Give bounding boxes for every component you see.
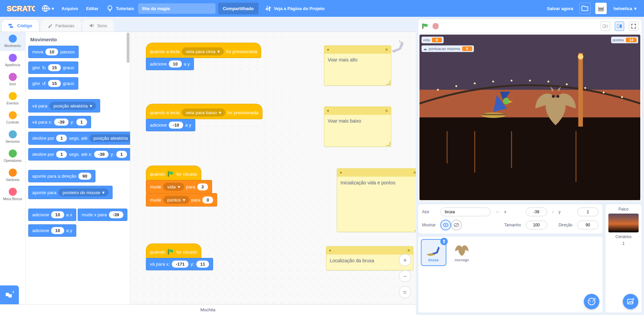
palette-block-gotoxy[interactable]: vá para x: -39 y: 1	[28, 116, 91, 128]
hat-when-key-pressed[interactable]: quando a tecla seta para cima▾ for press…	[146, 43, 261, 58]
green-flag-button[interactable]	[421, 22, 429, 30]
collapse-icon[interactable]: ▾	[327, 108, 329, 113]
palette-block-set-x[interactable]: mude x para -39	[78, 209, 127, 221]
key-dropdown[interactable]: seta para baixo▾	[182, 108, 225, 117]
block-change-y[interactable]: adicione -10 a y	[146, 119, 195, 131]
block-change-y[interactable]: adicione 10 a y	[146, 58, 194, 70]
stage-sprite-bruxa[interactable]	[480, 88, 520, 122]
mystuff-folder[interactable]	[579, 3, 591, 14]
scrollbar[interactable]	[127, 33, 129, 63]
stage-canvas[interactable]: vida0 ☁ pontuacao maxima0 pontos14	[419, 35, 640, 200]
variable-monitor-vida[interactable]: vida0	[421, 37, 444, 43]
zoom-reset-button[interactable]: =	[399, 286, 411, 298]
collapse-icon[interactable]: ▾	[329, 248, 331, 253]
project-title-input[interactable]	[138, 3, 215, 14]
delete-comment-icon[interactable]: ✕	[413, 170, 416, 175]
resize-handle[interactable]	[414, 227, 416, 231]
show-sprite-button[interactable]	[440, 220, 451, 230]
stage-size-large[interactable]	[615, 21, 624, 31]
delete-sprite-icon[interactable]	[440, 238, 448, 245]
palette-block-turn-ccw[interactable]: gire ↺ 15 graus	[28, 77, 78, 90]
sprite-tile-bruxa[interactable]: bruxa	[421, 239, 446, 266]
sprite-name-input[interactable]	[440, 208, 491, 216]
tutorials-menu[interactable]: Tutoriais	[103, 0, 138, 17]
palette-block-point-towards[interactable]: aponte para ponteiro do mouse▾	[28, 186, 113, 199]
palette-block-turn-cw[interactable]: gire ↻ 15 graus	[28, 61, 78, 74]
variable-monitor-pontuacao-maxima[interactable]: ☁ pontuacao maxima0	[421, 45, 474, 52]
add-sprite-button[interactable]: +	[584, 294, 599, 309]
category-meus-blocos[interactable]: Meus Blocos	[0, 185, 25, 204]
comment-text[interactable]: Voar mais alto	[324, 54, 391, 66]
key-dropdown[interactable]: seta para cima▾	[182, 47, 224, 55]
category-eventos[interactable]: Eventos	[0, 89, 25, 108]
category-sensores[interactable]: Sensores	[0, 128, 25, 147]
backpack-toggle[interactable]: Mochila	[0, 304, 416, 315]
variable-monitor-pontos[interactable]: pontos14	[611, 37, 638, 43]
block-palette[interactable]: Movimento mova 10 passos gire ↻ 15 graus…	[26, 32, 130, 304]
script-workspace[interactable]: quando a tecla seta para cima▾ for press…	[130, 32, 416, 304]
sprite-size-input[interactable]	[526, 221, 547, 229]
file-menu[interactable]: Arquivo	[57, 0, 82, 17]
block-comment[interactable]: ▾✕ Inicialização vida e pontos	[337, 168, 416, 232]
comment-text[interactable]: Voar mais baixo	[324, 115, 391, 127]
palette-block-glide-to[interactable]: deslize por 1 segs. até posição aleatóri…	[28, 132, 130, 145]
see-project-page[interactable]: Veja a Página do Projeto	[261, 0, 329, 17]
save-now[interactable]: Salvar agora	[543, 0, 577, 17]
delete-comment-icon[interactable]: ✕	[407, 248, 410, 253]
resize-handle[interactable]	[386, 81, 390, 85]
stage-thumbnail[interactable]	[608, 214, 639, 232]
block-set-variable[interactable]: mude pontos▾ para 0	[146, 193, 217, 207]
block-set-variable[interactable]: mude vida▾ para 3	[146, 180, 212, 193]
palette-block-point-dir[interactable]: aponte para a direção 90	[28, 170, 95, 182]
variable-dropdown[interactable]: vida▾	[163, 183, 184, 191]
hat-when-key-pressed[interactable]: quando a tecla seta para baixo▾ for pres…	[146, 104, 263, 119]
palette-block-glide-xy[interactable]: deslize por 1 segs. até x: -39 y: 1	[28, 148, 130, 161]
palette-block-change-y[interactable]: adicione 10 a y	[28, 224, 76, 237]
language-menu[interactable]: ▾	[38, 0, 57, 17]
add-backdrop-button[interactable]: +	[623, 294, 638, 309]
script-stack[interactable]: quando for clicado vá para x: -171 y: 11	[146, 243, 213, 270]
zoom-out-button[interactable]: －	[399, 270, 411, 282]
zoom-in-button[interactable]: ＋	[399, 254, 411, 266]
tab-costumes[interactable]: Fantasias	[41, 19, 81, 32]
hat-when-flag-clicked[interactable]: quando for clicado	[146, 243, 201, 258]
collapse-icon[interactable]: ▾	[340, 170, 342, 175]
category-variáveis[interactable]: Variáveis	[0, 166, 25, 185]
sprite-direction-input[interactable]	[577, 221, 599, 229]
block-goto-xy[interactable]: vá para x: -171 y: 11	[146, 258, 213, 270]
collapse-icon[interactable]: ▾	[327, 47, 329, 52]
category-movimento[interactable]: Movimento	[0, 32, 25, 51]
tab-code[interactable]: Código	[1, 19, 39, 32]
script-stack[interactable]: quando a tecla seta para cima▾ for press…	[146, 43, 261, 70]
edit-menu[interactable]: Editar	[82, 0, 103, 17]
sprite-x-input[interactable]	[526, 208, 547, 216]
category-aparência[interactable]: Aparência	[0, 51, 25, 70]
palette-block-move[interactable]: mova 10 passos	[28, 46, 79, 58]
hat-when-flag-clicked[interactable]: quando for clicado	[146, 166, 201, 180]
delete-comment-icon[interactable]: ✕	[385, 47, 388, 52]
palette-block-change-x[interactable]: adicione 10 a x	[28, 209, 76, 221]
resize-handle[interactable]	[386, 142, 390, 146]
stage-size-small[interactable]	[601, 21, 610, 31]
stop-button[interactable]	[432, 23, 439, 30]
share-button[interactable]: Compartilhado	[218, 3, 258, 14]
delete-comment-icon[interactable]: ✕	[385, 108, 388, 113]
add-extension-button[interactable]: +	[0, 285, 19, 304]
block-comment[interactable]: ▾✕ Voar mais baixo	[324, 106, 391, 147]
variable-dropdown[interactable]: pontos▾	[163, 196, 190, 204]
stage-selector[interactable]: Palco Cenários 1 +	[605, 204, 642, 313]
comment-text[interactable]: Inicialização vida e pontos	[337, 177, 416, 189]
script-stack[interactable]: quando for clicado mude vida▾ para 3 mud…	[146, 166, 217, 207]
palette-block-goto[interactable]: vá para posição aleatória▾	[28, 99, 100, 113]
scratch-logo[interactable]: SCRATCH	[7, 3, 35, 14]
category-operadores[interactable]: Operadores	[0, 147, 25, 166]
script-stack[interactable]: quando a tecla seta para baixo▾ for pres…	[146, 104, 263, 131]
stage-sprite-morcego[interactable]	[534, 85, 577, 129]
tab-sounds[interactable]: Sons	[82, 19, 114, 32]
category-som[interactable]: Som	[0, 70, 25, 89]
hide-sprite-button[interactable]	[451, 220, 462, 230]
sprite-tile-morcego[interactable]: morcego	[449, 239, 475, 266]
stage-fullscreen[interactable]	[629, 21, 638, 31]
category-controle[interactable]: Controle	[0, 108, 25, 128]
account-menu[interactable]: helvetica ▾	[609, 0, 641, 17]
